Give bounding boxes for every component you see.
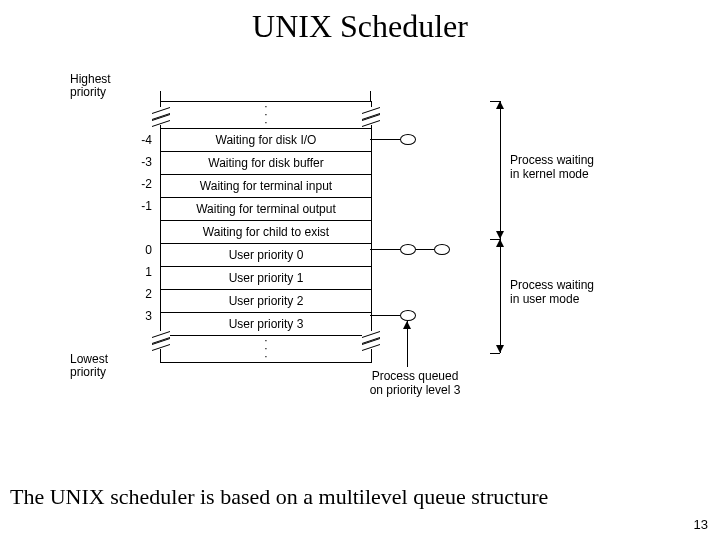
row-user-1: User priority 1 bbox=[161, 267, 371, 290]
queue-line-2a bbox=[370, 249, 400, 250]
row-terminal-input: Waiting for terminal input bbox=[161, 175, 371, 198]
kernel-vline bbox=[500, 101, 501, 239]
prio-3: 3 bbox=[112, 309, 152, 323]
row-user-0: User priority 0 bbox=[161, 244, 371, 267]
user-tick-bottom bbox=[490, 353, 500, 354]
dots-row-bottom: ··· bbox=[161, 336, 371, 363]
user-vline bbox=[500, 239, 501, 353]
highest-priority-label: Highestpriority bbox=[70, 73, 111, 99]
scheduler-diagram: Highestpriority Lowestpriority ··· Waiti… bbox=[50, 53, 670, 413]
kernel-arrow-down bbox=[496, 231, 504, 239]
priority-table: ··· Waiting for disk I/O Waiting for dis… bbox=[160, 101, 372, 363]
break-top-left bbox=[152, 107, 170, 125]
queue-node-1 bbox=[400, 134, 416, 145]
prio-minus2: -2 bbox=[112, 177, 152, 191]
pointer-arrow bbox=[403, 321, 411, 329]
top-tick-right bbox=[370, 91, 371, 101]
kernel-mode-label: Process waitingin kernel mode bbox=[510, 153, 594, 181]
user-arrow-down bbox=[496, 345, 504, 353]
row-child-exist: Waiting for child to exist bbox=[161, 221, 371, 244]
queue-line-1 bbox=[370, 139, 400, 140]
user-mode-label: Process waitingin user mode bbox=[510, 278, 594, 306]
page-number: 13 bbox=[694, 517, 708, 532]
prio-minus1: -1 bbox=[112, 199, 152, 213]
prio-minus4: -4 bbox=[112, 133, 152, 147]
break-top-right bbox=[362, 107, 380, 125]
row-user-2: User priority 2 bbox=[161, 290, 371, 313]
queue-node-3 bbox=[400, 310, 416, 321]
top-tick-left bbox=[160, 91, 161, 101]
user-arrow-up bbox=[496, 239, 504, 247]
queue-line-3 bbox=[370, 315, 400, 316]
queue-node-2b bbox=[434, 244, 450, 255]
pointer-label: Process queuedon priority level 3 bbox=[360, 369, 470, 397]
row-disk-io: Waiting for disk I/O bbox=[161, 129, 371, 152]
slide-title: UNIX Scheduler bbox=[0, 8, 720, 45]
break-bottom-left bbox=[152, 331, 170, 349]
dots-row-top: ··· bbox=[161, 102, 371, 129]
break-bottom-right bbox=[362, 331, 380, 349]
prio-minus3: -3 bbox=[112, 155, 152, 169]
queue-node-2a bbox=[400, 244, 416, 255]
slide-caption: The UNIX scheduler is based on a multile… bbox=[10, 484, 548, 510]
prio-2: 2 bbox=[112, 287, 152, 301]
row-terminal-output: Waiting for terminal output bbox=[161, 198, 371, 221]
lowest-priority-label: Lowestpriority bbox=[70, 353, 108, 379]
kernel-arrow-up bbox=[496, 101, 504, 109]
row-disk-buffer: Waiting for disk buffer bbox=[161, 152, 371, 175]
queue-line-2b bbox=[416, 249, 434, 250]
prio-1: 1 bbox=[112, 265, 152, 279]
prio-0: 0 bbox=[112, 243, 152, 257]
